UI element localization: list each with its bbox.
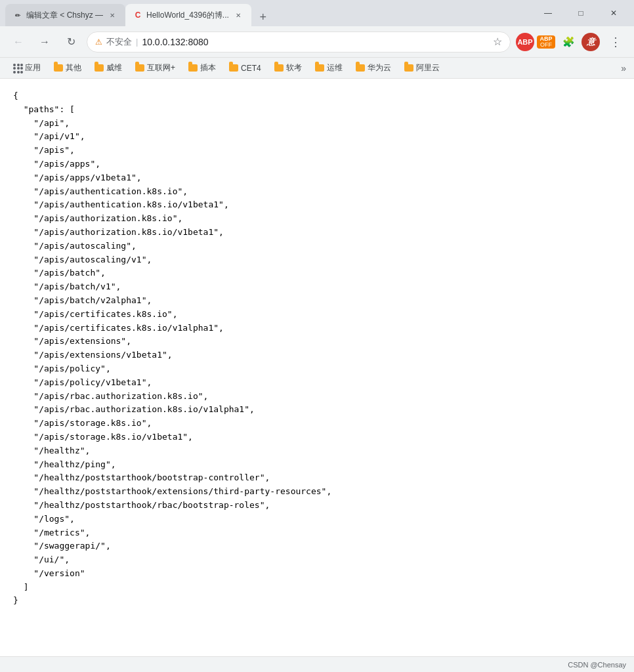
bookmark-qita-label: 其他 xyxy=(66,62,81,74)
json-line: "/apis/extensions/v1beta1", xyxy=(13,348,621,362)
folder-icon xyxy=(135,64,144,72)
folder-icon xyxy=(315,64,324,72)
bookmark-internet-label: 互联网+ xyxy=(147,62,175,74)
json-line: { xyxy=(13,89,621,103)
bookmark-ruankao[interactable]: 软考 xyxy=(269,60,307,76)
address-separator: | xyxy=(136,37,138,47)
json-line: ] xyxy=(13,581,621,595)
bookmark-huawei-label: 华为云 xyxy=(368,62,391,74)
json-line: "/apis/apps", xyxy=(13,158,621,171)
tab2-title: HelloWorld_4396的博... xyxy=(146,10,229,21)
bookmark-yunwei[interactable]: 运维 xyxy=(310,60,348,76)
json-line: "/apis/certificates.k8s.io/v1alpha1", xyxy=(13,322,621,335)
json-line: "/apis/policy/v1beta1", xyxy=(13,376,621,390)
json-line: "/apis/batch/v1", xyxy=(13,280,621,294)
chrome-menu-button[interactable]: ⋮ xyxy=(605,32,626,52)
bookmark-chaben-label: 插本 xyxy=(200,62,216,74)
abp-extension-button[interactable]: ABP xyxy=(516,33,534,51)
statusbar: CSDN @Chensay xyxy=(0,656,634,672)
abp-off-extension-button[interactable]: ABP OFF xyxy=(537,35,555,49)
back-button[interactable]: ← xyxy=(8,32,29,52)
content-area: { "paths": [ "/api", "/api/v1", "/apis",… xyxy=(0,79,634,656)
json-line: "/apis/certificates.k8s.io", xyxy=(13,308,621,322)
tab1-favicon: ✏ xyxy=(13,10,22,20)
custom-extension-button[interactable]: 意 xyxy=(581,33,600,51)
json-line: "/healthz/poststarthook/rbac/bootstrap-r… xyxy=(13,499,621,513)
apps-grid-icon xyxy=(13,64,22,73)
tab-group: ✏ 编辑文章 < Chshyz — ✕ C HelloWorld_4396的博.… xyxy=(5,0,272,26)
json-line: "/apis/autoscaling/v1", xyxy=(13,253,621,267)
reload-button[interactable]: ↻ xyxy=(60,32,81,52)
tab1-title: 编辑文章 < Chshyz — xyxy=(26,10,103,21)
json-line: "/apis/authentication.k8s.io/v1beta1", xyxy=(13,198,621,212)
tab1-close-button[interactable]: ✕ xyxy=(107,10,117,20)
json-line: "/apis/authorization.k8s.io/v1beta1", xyxy=(13,226,621,240)
bookmark-huawei[interactable]: 华为云 xyxy=(350,60,396,76)
json-line: "/apis/autoscaling", xyxy=(13,240,621,253)
json-line: "/apis/apps/v1beta1", xyxy=(13,171,621,185)
json-line: "/apis/policy", xyxy=(13,362,621,376)
folder-icon xyxy=(274,64,284,72)
navbar: ← → ↻ ⚠ 不安全 | 10.0.0.132:8080 ☆ ABP ABP … xyxy=(0,26,634,58)
more-bookmarks-button[interactable]: » xyxy=(621,63,626,74)
bookmark-ruankao-label: 软考 xyxy=(286,62,302,74)
titlebar: ✏ 编辑文章 < Chshyz — ✕ C HelloWorld_4396的博.… xyxy=(0,0,634,26)
json-line: "/healthz", xyxy=(13,444,621,458)
json-line: "/apis/authentication.k8s.io", xyxy=(13,185,621,199)
security-warning-icon: ⚠ xyxy=(95,37,102,47)
bookmark-aliyun-label: 阿里云 xyxy=(416,62,440,74)
json-line: "paths": [ xyxy=(13,103,621,117)
json-line: } xyxy=(13,594,621,608)
statusbar-text: CSDN @Chensay xyxy=(568,661,626,669)
json-line: "/apis/extensions", xyxy=(13,335,621,348)
tab-2[interactable]: C HelloWorld_4396的博... ✕ xyxy=(125,4,251,26)
json-line: "/swaggerapi/", xyxy=(13,539,621,553)
window-controls: — □ ✕ xyxy=(533,3,629,24)
json-line: "/healthz/poststarthook/bootstrap-contro… xyxy=(13,471,621,485)
json-line: "/apis", xyxy=(13,144,621,158)
new-tab-button[interactable]: + xyxy=(254,8,272,26)
bookmark-internet[interactable]: 互联网+ xyxy=(130,60,180,76)
bookmark-cet4[interactable]: CET4 xyxy=(224,61,266,75)
address-bar[interactable]: ⚠ 不安全 | 10.0.0.132:8080 ☆ xyxy=(87,32,511,52)
url-text: 10.0.0.132:8080 xyxy=(142,37,489,47)
bookmark-weiwei[interactable]: 威维 xyxy=(89,60,127,76)
bookmark-chaben[interactable]: 插本 xyxy=(183,60,221,76)
json-line: "/api", xyxy=(13,117,621,131)
bookmark-star-button[interactable]: ☆ xyxy=(493,35,502,48)
bookmark-cet4-label: CET4 xyxy=(241,64,261,73)
json-line: "/apis/rbac.authorization.k8s.io/v1alpha… xyxy=(13,403,621,417)
json-line: "/healthz/ping", xyxy=(13,458,621,472)
tab2-close-button[interactable]: ✕ xyxy=(233,10,243,20)
folder-icon xyxy=(188,64,198,72)
bookmark-yunwei-label: 运维 xyxy=(327,62,343,74)
json-line: "/api/v1", xyxy=(13,130,621,144)
toolbar-extensions: ABP ABP OFF 🧩 意 xyxy=(516,32,600,52)
json-line: "/apis/batch/v2alpha1", xyxy=(13,294,621,308)
folder-icon xyxy=(54,64,63,72)
bookmarks-bar: 应用 其他 威维 互联网+ 插本 CET4 软考 运维 华为云 阿里云 » xyxy=(0,58,634,79)
bookmark-qita[interactable]: 其他 xyxy=(49,60,87,76)
folder-icon xyxy=(95,64,104,72)
json-line: "/healthz/poststarthook/extensions/third… xyxy=(13,485,621,499)
json-line: "/apis/rbac.authorization.k8s.io", xyxy=(13,390,621,404)
security-label: 不安全 xyxy=(106,36,132,48)
json-line: "/apis/storage.k8s.io", xyxy=(13,417,621,430)
bookmark-aliyun[interactable]: 阿里云 xyxy=(399,60,445,76)
json-line: "/metrics", xyxy=(13,526,621,540)
folder-icon xyxy=(404,64,413,72)
apps-label: 应用 xyxy=(25,62,41,74)
close-button[interactable]: ✕ xyxy=(599,3,629,24)
tab2-favicon: C xyxy=(133,10,142,20)
extensions-puzzle-button[interactable]: 🧩 xyxy=(558,32,579,52)
forward-button[interactable]: → xyxy=(34,32,55,52)
minimize-button[interactable]: — xyxy=(533,3,563,24)
json-line: "/apis/storage.k8s.io/v1beta1", xyxy=(13,430,621,444)
folder-icon xyxy=(229,64,238,72)
tab-1[interactable]: ✏ 编辑文章 < Chshyz — ✕ xyxy=(5,4,125,26)
maximize-button[interactable]: □ xyxy=(566,3,596,24)
folder-icon xyxy=(356,64,365,72)
bookmark-weiwei-label: 威维 xyxy=(106,62,122,74)
apps-bookmark[interactable]: 应用 xyxy=(8,60,46,76)
json-line: "/apis/authorization.k8s.io", xyxy=(13,212,621,226)
